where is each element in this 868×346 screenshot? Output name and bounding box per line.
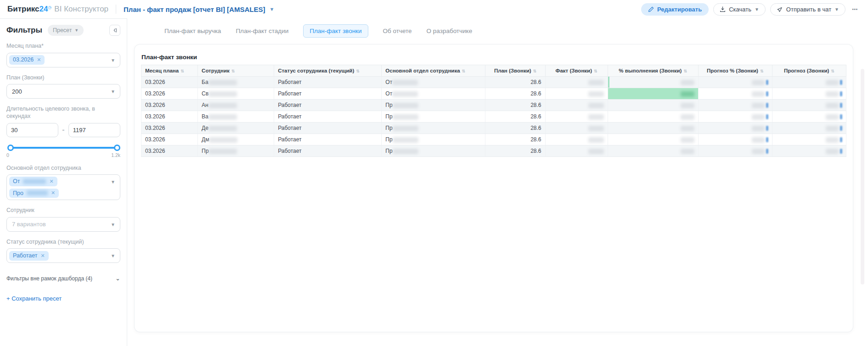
column-header[interactable]: Месяц плана⇅: [141, 65, 198, 77]
table-row[interactable]: 03.2026 Де Работает Пр 28.6: [141, 123, 846, 134]
cell-forecast-pct: [698, 145, 772, 157]
plan-calls-select[interactable]: 200 ▼: [6, 84, 120, 99]
cell-status: Работает: [274, 145, 382, 157]
outside-filters-toggle[interactable]: Фильтры вне рамок дашборда (4) ⌄: [6, 275, 120, 282]
cell-employee: Дм: [198, 134, 274, 145]
slider-handle-max[interactable]: [114, 145, 120, 151]
remove-chip-icon[interactable]: ✕: [37, 57, 41, 62]
tab-5[interactable]: О разработчике: [427, 25, 473, 37]
table-row[interactable]: 03.2026 Св Работает От 28.6: [141, 88, 846, 100]
sort-icon: ⇅: [462, 69, 466, 73]
tab-2[interactable]: План-факт стадии: [236, 25, 288, 37]
plan-month-chip: 03.2026 ✕: [9, 55, 45, 65]
filter-label-department: Основной отдел сотрудника: [6, 165, 120, 172]
redacted-value: [766, 149, 768, 154]
cell-employee: Св: [198, 88, 274, 100]
cell-department: Пр: [382, 123, 485, 134]
redacted-value: [752, 103, 765, 108]
tab-3[interactable]: План-факт звонки: [303, 24, 368, 38]
report-tabs: План-факт выручкаПлан-факт стадииПлан-фа…: [127, 18, 868, 38]
sort-icon: ⇅: [180, 69, 184, 73]
filter-label-plan-calls: План (Звонки): [6, 74, 120, 82]
column-header[interactable]: Статус сотрудника (текущий)⇅: [274, 65, 382, 77]
slider-handle-min[interactable]: [7, 145, 14, 151]
duration-slider[interactable]: [6, 145, 120, 151]
department-chip-label: Про: [13, 190, 23, 196]
redacted-value: [588, 137, 604, 143]
filter-label-status: Статус сотрудника (текущий): [6, 239, 120, 246]
redacted-value: [681, 103, 694, 108]
save-preset-link[interactable]: + Сохранить пресет: [6, 295, 120, 302]
cell-completion-pct: [608, 88, 698, 100]
column-header[interactable]: % выполнения (Звонки)⇅: [608, 65, 698, 77]
vertical-scrollbar[interactable]: [861, 69, 864, 285]
redacted-value: [752, 91, 765, 97]
column-header[interactable]: Основной отдел сотрудника⇅: [382, 65, 485, 77]
employee-select[interactable]: 7 вариантов ▼: [6, 217, 120, 232]
report-title[interactable]: План - факт продаж [отчет BI] [AMSALES]: [124, 6, 265, 13]
column-header[interactable]: Прогноз (Звонки)⇅: [772, 65, 846, 77]
redacted-text: [392, 80, 418, 85]
cell-employee: Де: [198, 123, 274, 134]
table-row[interactable]: 03.2026 Ба Работает От 28.6: [141, 77, 846, 88]
table-row[interactable]: 03.2026 Ва Работает Пр 28.6: [141, 111, 846, 123]
download-button[interactable]: Скачать ▼: [713, 3, 766, 16]
redacted-value: [766, 80, 768, 85]
duration-to-input[interactable]: [68, 123, 120, 137]
remove-chip-icon[interactable]: ✕: [51, 190, 55, 195]
cell-status: Работает: [274, 77, 382, 88]
column-header[interactable]: Сотрудник⇅: [198, 65, 274, 77]
tab-4[interactable]: Об отчете: [383, 25, 412, 37]
download-button-label: Скачать: [729, 6, 751, 13]
table-title: План-факт звонки: [141, 54, 846, 61]
redacted-value: [752, 114, 765, 120]
duration-from-input[interactable]: [6, 123, 58, 137]
table-row[interactable]: 03.2026 Пр Работает Пр 28.6: [141, 145, 846, 157]
column-header[interactable]: Факт (Звонки)⇅: [545, 65, 608, 77]
cell-department: Пр: [382, 145, 485, 157]
sort-icon: ⇅: [231, 69, 235, 73]
plan-month-chip-label: 03.2026: [13, 57, 34, 63]
table-row[interactable]: 03.2026 Дм Работает Пр 28.6: [141, 134, 846, 145]
redacted-value: [681, 149, 694, 154]
redacted-text: [209, 149, 237, 154]
redacted-value: [588, 126, 604, 131]
collapse-sidebar-button[interactable]: [109, 25, 120, 36]
status-chip-label: Работает: [13, 253, 38, 259]
main-content: План-факт выручкаПлан-факт стадииПлан-фа…: [127, 18, 868, 346]
status-select[interactable]: Работает ✕ ▼: [6, 248, 120, 263]
panel-collapse-icon: [112, 27, 118, 33]
clock-icon: ◷: [48, 5, 52, 10]
edit-button[interactable]: Редактировать: [641, 3, 709, 16]
plan-month-select[interactable]: 03.2026 ✕ ▼: [6, 53, 120, 67]
redacted-value: [752, 149, 765, 154]
tab-1[interactable]: План-факт выручка: [164, 25, 221, 37]
cell-status: Работает: [274, 134, 382, 145]
cell-month: 03.2026: [141, 88, 198, 100]
cell-department: Пр: [382, 111, 485, 123]
cell-month: 03.2026: [141, 145, 198, 157]
outside-filters-label: Фильтры вне рамок дашборда (4): [6, 275, 92, 282]
cell-fact: [545, 100, 608, 111]
filter-label-employee: Сотрудник: [6, 207, 120, 214]
slider-labels: 0 1.2k: [6, 152, 120, 158]
table-row[interactable]: 03.2026 Ан Работает Пр 28.6: [141, 100, 846, 111]
remove-chip-icon[interactable]: ✕: [49, 179, 53, 184]
cell-status: Работает: [274, 100, 382, 111]
title-chevron-down-icon[interactable]: ▼: [269, 6, 274, 12]
column-header[interactable]: Прогноз % (Звонки)⇅: [698, 65, 772, 77]
more-menu-button[interactable]: ⋯: [850, 6, 861, 13]
redacted-text: [392, 91, 418, 97]
department-select[interactable]: От ✕ Про ✕ ▼: [6, 174, 120, 200]
column-header[interactable]: План (Звонки)⇅: [485, 65, 545, 77]
remove-chip-icon[interactable]: ✕: [41, 253, 45, 258]
completion-bar: [608, 77, 609, 88]
edit-button-label: Редактировать: [657, 6, 702, 13]
preset-button[interactable]: Пресет ▼: [48, 25, 84, 36]
cell-forecast-pct: [698, 100, 772, 111]
redacted-value: [840, 149, 842, 154]
sort-icon: ⇅: [683, 69, 687, 73]
send-to-chat-button[interactable]: Отправить в чат ▼: [770, 3, 845, 16]
cell-forecast: [772, 111, 846, 123]
cell-forecast: [772, 100, 846, 111]
